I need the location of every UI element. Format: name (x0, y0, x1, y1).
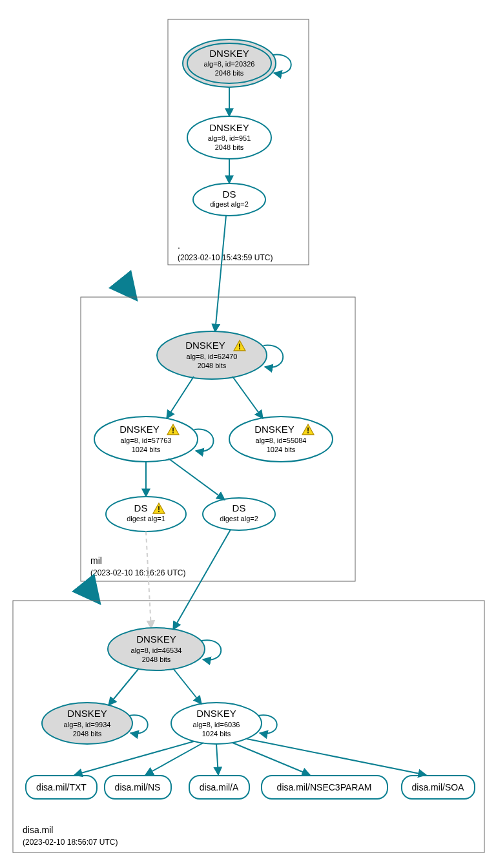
svg-text:DNSKEY: DNSKEY (67, 708, 107, 719)
svg-text:DS: DS (232, 502, 246, 513)
svg-text:disa.mil/SOA: disa.mil/SOA (412, 782, 465, 792)
record-txt: disa.mil/TXT (26, 776, 97, 799)
svg-text:!: ! (172, 426, 174, 435)
zone-link (87, 588, 98, 601)
record-nsec3param: disa.mil/NSEC3PARAM (262, 776, 388, 799)
node-disa-zsk: DNSKEY alg=8, id=6036 1024 bits (171, 703, 262, 744)
node-mil-zsk1: DNSKEY alg=8, id=57763 1024 bits ! (94, 417, 198, 462)
svg-text:DNSKEY: DNSKEY (119, 424, 160, 435)
svg-text:disa.mil/NSEC3PARAM: disa.mil/NSEC3PARAM (277, 782, 372, 792)
zone-root-label: . (178, 240, 180, 251)
svg-text:DNSKEY: DNSKEY (209, 122, 249, 133)
dnssec-diagram: . (2023-02-10 15:43:59 UTC) DNSKEY alg=8… (0, 0, 496, 868)
zone-disa-label: disa.mil (23, 825, 53, 835)
edge (216, 744, 218, 775)
node-root-ds: DS digest alg=2 (193, 183, 265, 216)
zone-mil-ts: (2023-02-10 16:16:26 UTC) (90, 568, 185, 577)
svg-text:DS: DS (134, 502, 148, 513)
svg-text:2048 bits: 2048 bits (215, 143, 244, 151)
svg-text:2048 bits: 2048 bits (142, 656, 171, 663)
edge (167, 377, 194, 418)
node-mil-ksk: DNSKEY alg=8, id=62470 2048 bits ! (157, 331, 267, 379)
zone-link (124, 284, 134, 297)
edge (232, 743, 310, 775)
svg-text:DNSKEY: DNSKEY (254, 424, 294, 435)
edge (215, 216, 226, 332)
edge-dashed (146, 532, 151, 628)
svg-text:!: ! (158, 505, 160, 514)
svg-text:!: ! (238, 342, 241, 351)
svg-text:2048 bits: 2048 bits (215, 69, 244, 77)
svg-text:digest alg=2: digest alg=2 (220, 515, 258, 522)
edge (169, 459, 225, 500)
svg-text:!: ! (307, 426, 309, 435)
edge (145, 743, 203, 775)
svg-text:alg=8, id=62470: alg=8, id=62470 (187, 353, 238, 360)
edge (173, 530, 231, 630)
svg-text:DS: DS (223, 189, 236, 200)
svg-text:disa.mil/A: disa.mil/A (200, 782, 239, 792)
svg-text:1024 bits: 1024 bits (202, 730, 231, 738)
svg-text:alg=8, id=951: alg=8, id=951 (208, 134, 251, 142)
edge (108, 668, 139, 705)
node-mil-ds2: DS digest alg=2 (203, 498, 275, 530)
svg-text:digest alg=2: digest alg=2 (210, 200, 249, 208)
svg-text:disa.mil/TXT: disa.mil/TXT (36, 782, 87, 792)
svg-text:alg=8, id=46534: alg=8, id=46534 (131, 646, 182, 654)
svg-text:alg=8, id=20326: alg=8, id=20326 (204, 60, 255, 68)
svg-text:2048 bits: 2048 bits (73, 730, 102, 738)
svg-text:digest alg=1: digest alg=1 (127, 515, 165, 522)
zone-disa-ts: (2023-02-10 18:56:07 UTC) (23, 838, 118, 847)
node-disa-key2: DNSKEY alg=8, id=9934 2048 bits (42, 703, 132, 744)
svg-text:alg=8, id=55084: alg=8, id=55084 (256, 437, 307, 444)
edge (173, 668, 202, 704)
svg-text:2048 bits: 2048 bits (198, 362, 227, 369)
svg-text:1024 bits: 1024 bits (267, 446, 296, 453)
zone-mil-label: mil (90, 555, 102, 566)
svg-text:DNSKEY: DNSKEY (136, 634, 176, 645)
svg-text:alg=8, id=9934: alg=8, id=9934 (64, 721, 111, 728)
record-soa: disa.mil/SOA (402, 776, 475, 799)
node-mil-ds1: DS digest alg=1 ! (106, 497, 186, 532)
node-root-ksk: DNSKEY alg=8, id=20326 2048 bits (183, 39, 276, 87)
svg-text:DNSKEY: DNSKEY (185, 340, 225, 351)
svg-text:DNSKEY: DNSKEY (196, 708, 236, 719)
node-root-zsk: DNSKEY alg=8, id=951 2048 bits (187, 116, 271, 159)
edge (247, 739, 426, 775)
svg-text:1024 bits: 1024 bits (132, 446, 161, 453)
svg-text:alg=8, id=57763: alg=8, id=57763 (121, 437, 172, 444)
svg-text:DNSKEY: DNSKEY (209, 48, 249, 59)
zone-root-ts: (2023-02-10 15:43:59 UTC) (178, 253, 273, 262)
node-disa-ksk: DNSKEY alg=8, id=46534 2048 bits (108, 628, 205, 670)
svg-text:alg=8, id=6036: alg=8, id=6036 (193, 721, 240, 728)
record-a: disa.mil/A (189, 776, 249, 799)
record-ns: disa.mil/NS (105, 776, 171, 799)
node-mil-zsk2: DNSKEY alg=8, id=55084 1024 bits ! (229, 417, 333, 462)
svg-text:disa.mil/NS: disa.mil/NS (115, 782, 161, 792)
edge (232, 377, 263, 418)
